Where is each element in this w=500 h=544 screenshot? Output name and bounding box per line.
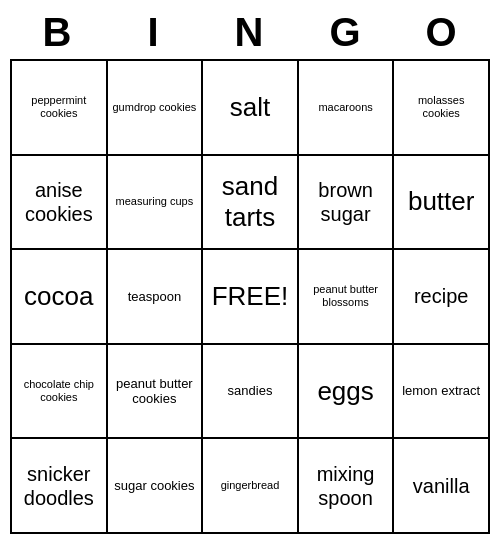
table-row: sugar cookies	[108, 439, 204, 534]
cell-text: teaspoon	[128, 289, 182, 305]
cell-text: mixing spoon	[303, 462, 389, 510]
table-row: mixing spoon	[299, 439, 395, 534]
cell-text: vanilla	[413, 474, 470, 498]
table-row: sandies	[203, 345, 299, 440]
cell-text: molasses cookies	[398, 94, 484, 120]
cell-text: brown sugar	[303, 178, 389, 226]
cell-text: salt	[230, 92, 270, 123]
table-row: gingerbread	[203, 439, 299, 534]
table-row: measuring cups	[108, 156, 204, 251]
table-row: peanut butter cookies	[108, 345, 204, 440]
table-row: sand tarts	[203, 156, 299, 251]
table-row: teaspoon	[108, 250, 204, 345]
letter-i: I	[106, 10, 202, 55]
table-row: anise cookies	[12, 156, 108, 251]
table-row: lemon extract	[394, 345, 490, 440]
cell-text: sand tarts	[207, 171, 293, 233]
table-row: macaroons	[299, 61, 395, 156]
table-row: peppermint cookies	[12, 61, 108, 156]
cell-text: macaroons	[318, 101, 372, 114]
cell-text: gingerbread	[221, 479, 280, 492]
cell-text: gumdrop cookies	[113, 101, 197, 114]
table-row: brown sugar	[299, 156, 395, 251]
table-row: eggs	[299, 345, 395, 440]
letter-o: O	[394, 10, 490, 55]
table-row: peanut butter blossoms	[299, 250, 395, 345]
table-row: recipe	[394, 250, 490, 345]
table-row: FREE!	[203, 250, 299, 345]
letter-g: G	[298, 10, 394, 55]
cell-text: snicker doodles	[16, 462, 102, 510]
table-row: vanilla	[394, 439, 490, 534]
cell-text: lemon extract	[402, 383, 480, 399]
letter-b: B	[10, 10, 106, 55]
cell-text: butter	[408, 186, 475, 217]
bingo-grid: peppermint cookiesgumdrop cookiessaltmac…	[10, 59, 490, 534]
cell-text: sandies	[228, 383, 273, 399]
cell-text: peanut butter blossoms	[303, 283, 389, 309]
cell-text: eggs	[317, 376, 373, 407]
cell-text: anise cookies	[16, 178, 102, 226]
table-row: chocolate chip cookies	[12, 345, 108, 440]
table-row: gumdrop cookies	[108, 61, 204, 156]
cell-text: cocoa	[24, 281, 93, 312]
cell-text: chocolate chip cookies	[16, 378, 102, 404]
cell-text: peanut butter cookies	[112, 376, 198, 407]
cell-text: FREE!	[212, 281, 289, 312]
cell-text: sugar cookies	[114, 478, 194, 494]
table-row: snicker doodles	[12, 439, 108, 534]
table-row: molasses cookies	[394, 61, 490, 156]
cell-text: measuring cups	[116, 195, 194, 208]
letter-n: N	[202, 10, 298, 55]
cell-text: recipe	[414, 284, 468, 308]
table-row: salt	[203, 61, 299, 156]
table-row: cocoa	[12, 250, 108, 345]
bingo-header: B I N G O	[10, 10, 490, 55]
table-row: butter	[394, 156, 490, 251]
cell-text: peppermint cookies	[16, 94, 102, 120]
